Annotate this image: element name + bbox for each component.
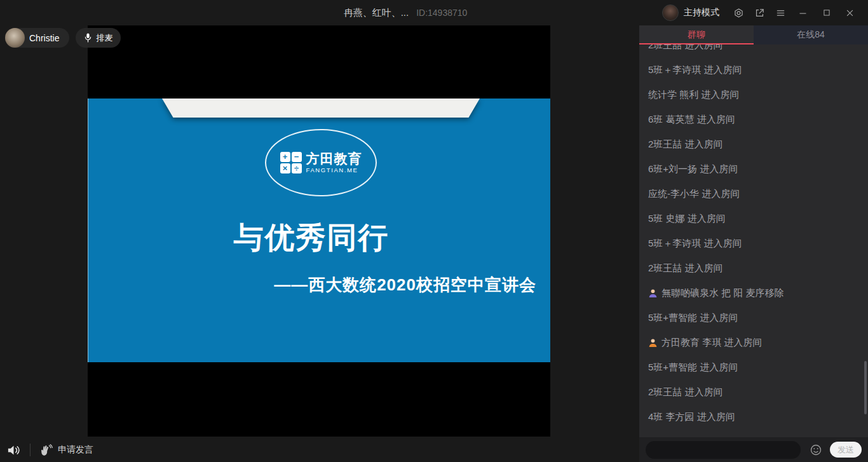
tab-group-chat[interactable]: 群聊 [639, 25, 754, 44]
emoji-icon[interactable] [810, 444, 822, 456]
queue-mic-label: 排麦 [96, 32, 112, 44]
chat-message: 方田教育 李琪 进入房间 [648, 330, 863, 355]
chat-message: 無聯啲礦泉水 把 阳 麦序移除 [648, 281, 863, 306]
chat-scrollbar-thumb[interactable] [864, 361, 867, 414]
chat-input[interactable] [646, 441, 801, 459]
presenter-name: Christie [29, 33, 59, 43]
logo-math-grid: + − × ÷ [280, 152, 302, 173]
chat-message: 2班王喆 进入房间 [648, 44, 863, 58]
presenter-avatar [5, 28, 25, 48]
chat-message: 4班 李方园 进入房间 [648, 405, 863, 430]
settings-icon[interactable] [733, 8, 744, 18]
slide-subtitle: ——西大数统2020校招空中宣讲会 [274, 274, 536, 296]
tab-online-list[interactable]: 在线84 [754, 25, 868, 44]
presenter-overlay: Christie 排麦 [5, 28, 121, 48]
divider [30, 444, 31, 456]
fangtian-logo: + − × ÷ 方田教育 FANGTIAN.ME [265, 129, 377, 196]
room-id: ID:14938710 [416, 8, 467, 18]
chat-footer: 发送 [639, 437, 868, 462]
volume-icon[interactable] [6, 443, 21, 458]
titlebar-right: 主持模式 [662, 0, 862, 25]
chat-message: 统计学 熊利 进入房间 [648, 83, 863, 107]
close-button[interactable] [844, 8, 855, 18]
chat-message: 应统-李小华 进入房间 [648, 182, 863, 207]
logo-text-cn: 方田教育 [306, 151, 362, 166]
microphone-icon [84, 32, 92, 43]
chat-message-list: 2班王喆 进入房间 5班＋李诗琪 进入房间 统计学 熊利 进入房间 6班 葛英慧… [639, 44, 868, 437]
chat-message: 5班＋李诗琪 进入房间 [648, 58, 863, 83]
minimize-button[interactable] [797, 8, 808, 18]
slide-title: 与优秀同行 [88, 218, 535, 258]
chat-message: 2班王喆 进入房间 [648, 380, 863, 405]
chat-message: 5班 史娜 进入房间 [648, 207, 863, 231]
request-speak-label[interactable]: 申请发言 [58, 444, 93, 456]
raise-hand-icon[interactable] [39, 444, 53, 457]
chat-panel: 群聊 在线84 2班王喆 进入房间 5班＋李诗琪 进入房间 统计学 熊利 进入房… [639, 25, 868, 462]
room-title: 冉燕、红叶、... [344, 7, 409, 19]
video-stage: + − × ÷ 方田教育 FANGTIAN.ME 与优秀同行 ——西大数统202… [88, 25, 550, 437]
chat-message: 2班王喆 进入房间 [648, 132, 863, 157]
maximize-button[interactable] [821, 8, 832, 18]
titlebar: 冉燕、红叶、... ID:14938710 主持模式 [0, 0, 868, 25]
admin-person-icon [648, 289, 658, 299]
host-avatar[interactable] [662, 4, 679, 21]
send-button[interactable]: 发送 [830, 442, 862, 458]
bottom-controls: 申请发言 [6, 442, 93, 458]
app-window: 冉燕、红叶、... ID:14938710 主持模式 [0, 0, 868, 462]
chat-message: 5班＋李诗琪 进入房间 [648, 231, 863, 256]
chat-message: 6班+刘一扬 进入房间 [648, 157, 863, 182]
admin-person-icon [648, 338, 658, 348]
menu-icon[interactable] [775, 8, 786, 18]
slide-banner [162, 99, 480, 118]
pop-out-icon[interactable] [754, 8, 765, 18]
logo-text-en: FANGTIAN.ME [306, 166, 362, 174]
chat-tabbar: 群聊 在线84 [639, 25, 868, 44]
presenter-chip[interactable]: Christie [5, 28, 69, 48]
host-mode-label: 主持模式 [684, 7, 719, 18]
chat-message: 5班+曹智能 进入房间 [648, 355, 863, 380]
chat-message: 5班+曹智能 进入房间 [648, 306, 863, 330]
queue-mic-button[interactable]: 排麦 [76, 28, 121, 48]
chat-message: 6班 葛英慧 进入房间 [648, 107, 863, 132]
chat-message: 2班王喆 进入房间 [648, 256, 863, 281]
presentation-slide: + − × ÷ 方田教育 FANGTIAN.ME 与优秀同行 ——西大数统202… [88, 99, 550, 362]
